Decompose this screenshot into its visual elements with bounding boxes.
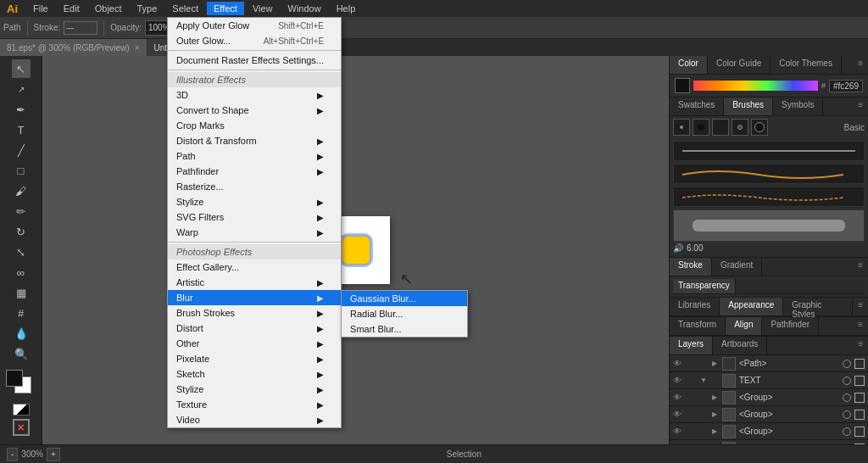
tab-stroke[interactable]: Stroke (670, 258, 712, 276)
stroke-panel-menu[interactable]: ≡ (853, 258, 868, 276)
submenu-gaussian-blur[interactable]: Gaussian Blur... (342, 291, 467, 306)
menu-window[interactable]: Window (281, 2, 328, 15)
menu-rasterize[interactable]: Rasterize... (168, 179, 341, 194)
rotate-tool[interactable]: ↻ (12, 222, 31, 241)
zoom-out-btn[interactable]: - (7, 448, 18, 461)
menu-object[interactable]: Object (88, 2, 129, 15)
appearance-panel-menu[interactable]: ≡ (853, 298, 868, 315)
blend-tool[interactable]: ∞ (12, 263, 31, 282)
layers-panel-menu[interactable]: ≡ (853, 337, 868, 354)
menu-warp[interactable]: Warp ▶ (168, 225, 341, 240)
scale-tool[interactable]: ⤡ (12, 243, 31, 261)
menu-pathfinder[interactable]: Pathfinder ▶ (168, 164, 341, 179)
menu-type[interactable]: Type (131, 2, 164, 15)
tab-close-1[interactable]: × (135, 43, 140, 53)
menu-effect[interactable]: Effect (207, 2, 244, 15)
menu-distort-transform[interactable]: Distort & Transform ▶ (168, 133, 341, 148)
tab-transparency[interactable]: Transparency (673, 279, 736, 293)
menu-edit[interactable]: Edit (57, 2, 86, 15)
layer-item-group1[interactable]: 👁 ▶ <Group> (670, 389, 868, 406)
submenu-radial-blur[interactable]: Radial Blur... (342, 306, 467, 321)
layer-visibility-g2[interactable] (854, 410, 865, 420)
menu-stylize-ps[interactable]: Stylize ▶ (168, 382, 341, 397)
menu-distort[interactable]: Distort ▶ (168, 321, 341, 336)
none-color-icon[interactable]: × (13, 419, 30, 436)
layer-item-group2[interactable]: 👁 ▶ <Group> (670, 406, 868, 423)
color-panel-menu[interactable]: ≡ (853, 56, 868, 74)
layer-item-path[interactable]: 👁 ▶ <Path> (670, 355, 868, 372)
align-panel-menu[interactable]: ≡ (853, 317, 868, 335)
select-tool[interactable]: ↖ (12, 59, 31, 78)
layer-visibility-path[interactable] (854, 359, 865, 369)
menu-blur[interactable]: Blur ▶ Gaussian Blur... Radial Blur... S… (168, 290, 341, 305)
menu-help[interactable]: Help (330, 2, 363, 15)
menu-view[interactable]: View (246, 2, 280, 15)
tab-color-themes[interactable]: Color Themes (771, 56, 842, 74)
tab-symbols[interactable]: Symbols (773, 98, 823, 115)
brushes-panel-menu[interactable]: ≡ (853, 98, 868, 115)
layer-expand-icon[interactable]: ▶ (712, 360, 719, 367)
menu-effect-gallery[interactable]: Effect Gallery... (168, 259, 341, 275)
menu-video[interactable]: Video ▶ (168, 412, 341, 427)
brush-dot-sm[interactable] (673, 119, 690, 136)
brush-circle-lg[interactable] (751, 119, 768, 136)
tab-graphic-styles[interactable]: Graphic Styles (783, 298, 853, 315)
direct-select-tool[interactable]: ↗ (12, 80, 31, 98)
tab-gradient[interactable]: Gradient (712, 258, 762, 276)
layer-visibility-text[interactable] (854, 376, 865, 386)
rect-tool[interactable]: □ (12, 161, 31, 180)
eyedropper-tool[interactable]: 💧 (12, 324, 31, 343)
tab-brushes[interactable]: Brushes (724, 98, 773, 115)
swap-colors-icon[interactable] (13, 404, 30, 416)
menu-document-raster[interactable]: Document Raster Effects Settings... (168, 53, 341, 68)
brush-dot-md[interactable] (693, 119, 709, 136)
layer-item-text[interactable]: 👁 ▼ TEXT (670, 372, 868, 389)
effect-dropdown-menu[interactable]: Apply Outer Glow Shift+Ctrl+E Outer Glow… (167, 17, 342, 428)
zoom-tool[interactable]: 🔍 (12, 344, 31, 363)
layer-expand-text[interactable]: ▼ (700, 377, 707, 384)
layer-target-g2[interactable] (843, 410, 851, 419)
tab-align[interactable]: Align (726, 317, 762, 335)
menu-brush-strokes[interactable]: Brush Strokes ▶ (168, 305, 341, 321)
layer-expand-g1[interactable]: ▶ (712, 393, 719, 401)
layer-target-path[interactable] (843, 360, 851, 368)
layer-visibility-g1[interactable] (854, 393, 865, 403)
menu-artistic[interactable]: Artistic ▶ (168, 275, 341, 290)
tab-transform[interactable]: Transform (670, 317, 726, 335)
tab-color[interactable]: Color (670, 56, 708, 74)
submenu-smart-blur[interactable]: Smart Blur... (342, 321, 467, 337)
mesh-tool[interactable]: # (12, 304, 31, 322)
menu-file[interactable]: File (26, 2, 55, 15)
pen-tool[interactable]: ✒ (12, 100, 31, 119)
fg-color-swatch[interactable] (6, 370, 23, 387)
foreground-color-box[interactable] (675, 78, 690, 93)
menu-crop-marks[interactable]: Crop Marks (168, 118, 341, 133)
menu-stylize-ai[interactable]: Stylize ▶ (168, 194, 341, 209)
canvas-shape[interactable] (341, 235, 371, 265)
tab-swatches[interactable]: Swatches (670, 98, 724, 115)
tab-libraries[interactable]: Libraries (670, 298, 720, 315)
pencil-tool[interactable]: ✏ (12, 202, 31, 220)
blur-submenu[interactable]: Gaussian Blur... Radial Blur... Smart Bl… (341, 290, 468, 337)
menu-apply-outer-glow[interactable]: Apply Outer Glow Shift+Ctrl+E (168, 18, 341, 33)
stroke-value[interactable]: — (64, 21, 97, 35)
menu-convert-to-shape[interactable]: Convert to Shape ▶ (168, 103, 341, 118)
layer-item-group3[interactable]: 👁 ▶ <Group> (670, 423, 868, 440)
menu-svg-filters[interactable]: SVG Filters ▶ (168, 209, 341, 225)
menu-other[interactable]: Other ▶ (168, 336, 341, 351)
tab-artboards[interactable]: Artboards (713, 337, 767, 354)
tab-appearance[interactable]: Appearance (720, 298, 783, 315)
color-hex-value[interactable]: #fc269 (829, 80, 863, 92)
layer-expand-g2[interactable]: ▶ (712, 410, 719, 418)
brush-blank[interactable] (712, 119, 729, 136)
menu-sketch[interactable]: Sketch ▶ (168, 366, 341, 382)
menu-pixelate[interactable]: Pixelate ▶ (168, 351, 341, 366)
menu-3d[interactable]: 3D ▶ (168, 87, 341, 103)
paintbrush-tool[interactable]: 🖌 (12, 181, 31, 200)
menu-select[interactable]: Select (165, 2, 205, 15)
layer-expand-g3[interactable]: ▶ (712, 427, 719, 435)
layer-visibility-g3[interactable] (854, 427, 865, 437)
type-tool[interactable]: T (12, 120, 31, 139)
tab-color-guide[interactable]: Color Guide (708, 56, 771, 74)
line-tool[interactable]: ╱ (12, 141, 31, 159)
